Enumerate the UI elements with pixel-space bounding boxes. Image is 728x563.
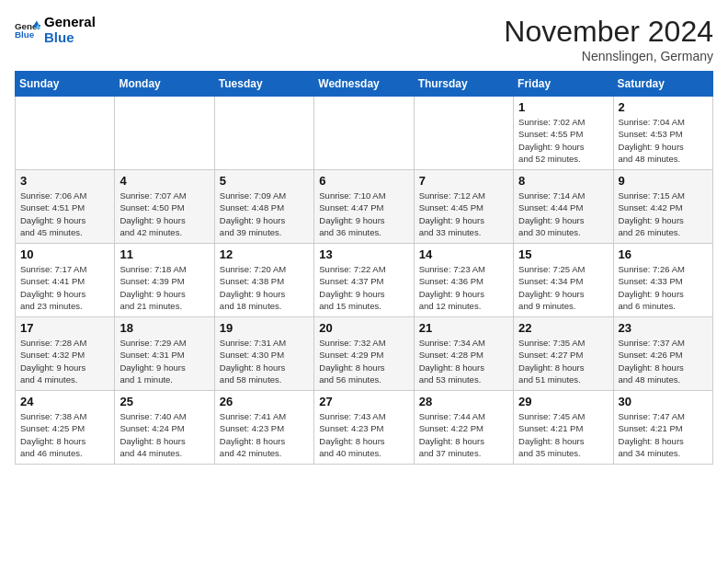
day-cell: 11Sunrise: 7:18 AM Sunset: 4:39 PM Dayli… xyxy=(115,244,214,317)
day-number: 27 xyxy=(319,395,408,408)
day-number: 18 xyxy=(119,321,209,335)
day-number: 9 xyxy=(619,174,708,188)
day-number: 5 xyxy=(220,174,309,188)
day-cell: 26Sunrise: 7:41 AM Sunset: 4:23 PM Dayli… xyxy=(214,391,313,465)
day-number: 13 xyxy=(319,247,408,261)
day-info: Sunrise: 7:15 AM Sunset: 4:42 PM Dayligh… xyxy=(619,190,708,238)
day-cell: 4Sunrise: 7:07 AM Sunset: 4:50 PM Daylig… xyxy=(115,170,214,244)
day-cell: 15Sunrise: 7:25 AM Sunset: 4:34 PM Dayli… xyxy=(514,244,613,317)
day-number: 19 xyxy=(220,321,309,335)
day-number: 17 xyxy=(20,321,109,335)
week-row-5: 24Sunrise: 7:38 AM Sunset: 4:25 PM Dayli… xyxy=(16,391,713,465)
day-cell xyxy=(214,97,313,170)
day-cell: 14Sunrise: 7:23 AM Sunset: 4:36 PM Dayli… xyxy=(414,244,513,317)
day-cell: 27Sunrise: 7:43 AM Sunset: 4:23 PM Dayli… xyxy=(314,391,414,465)
day-cell: 3Sunrise: 7:06 AM Sunset: 4:51 PM Daylig… xyxy=(16,170,115,244)
day-number: 26 xyxy=(220,395,309,408)
calendar-table: SundayMondayTuesdayWednesdayThursdayFrid… xyxy=(15,71,713,465)
month-title: November 2024 xyxy=(504,15,713,49)
calendar-body: 1Sunrise: 7:02 AM Sunset: 4:55 PM Daylig… xyxy=(16,97,713,465)
day-number: 7 xyxy=(419,174,508,188)
day-cell xyxy=(414,97,513,170)
day-info: Sunrise: 7:26 AM Sunset: 4:33 PM Dayligh… xyxy=(619,263,708,312)
day-cell: 25Sunrise: 7:40 AM Sunset: 4:24 PM Dayli… xyxy=(115,391,214,465)
day-cell: 21Sunrise: 7:34 AM Sunset: 4:28 PM Dayli… xyxy=(414,317,513,391)
day-info: Sunrise: 7:40 AM Sunset: 4:24 PM Dayligh… xyxy=(119,410,209,459)
day-info: Sunrise: 7:23 AM Sunset: 4:36 PM Dayligh… xyxy=(419,263,508,312)
day-cell: 19Sunrise: 7:31 AM Sunset: 4:30 PM Dayli… xyxy=(214,317,313,391)
day-cell: 8Sunrise: 7:14 AM Sunset: 4:44 PM Daylig… xyxy=(514,170,613,244)
day-cell: 16Sunrise: 7:26 AM Sunset: 4:33 PM Dayli… xyxy=(613,244,712,317)
header: General Blue General Blue November 2024 … xyxy=(15,15,713,63)
week-row-2: 3Sunrise: 7:06 AM Sunset: 4:51 PM Daylig… xyxy=(16,170,713,244)
day-number: 29 xyxy=(518,395,608,408)
day-info: Sunrise: 7:28 AM Sunset: 4:32 PM Dayligh… xyxy=(20,337,109,385)
day-cell: 20Sunrise: 7:32 AM Sunset: 4:29 PM Dayli… xyxy=(314,317,414,391)
day-number: 21 xyxy=(419,321,508,335)
day-cell: 24Sunrise: 7:38 AM Sunset: 4:25 PM Dayli… xyxy=(16,391,115,465)
day-number: 25 xyxy=(119,395,209,408)
day-info: Sunrise: 7:06 AM Sunset: 4:51 PM Dayligh… xyxy=(20,190,109,238)
day-number: 6 xyxy=(319,174,408,188)
day-number: 16 xyxy=(619,247,708,261)
day-number: 30 xyxy=(619,395,708,408)
day-number: 28 xyxy=(419,395,508,408)
day-info: Sunrise: 7:09 AM Sunset: 4:48 PM Dayligh… xyxy=(220,190,309,238)
logo-general: General xyxy=(44,15,96,30)
day-number: 12 xyxy=(220,247,309,261)
day-number: 14 xyxy=(419,247,508,261)
day-info: Sunrise: 7:17 AM Sunset: 4:41 PM Dayligh… xyxy=(20,263,109,312)
day-info: Sunrise: 7:04 AM Sunset: 4:53 PM Dayligh… xyxy=(619,116,708,165)
day-info: Sunrise: 7:43 AM Sunset: 4:23 PM Dayligh… xyxy=(319,410,408,459)
header-cell-tuesday: Tuesday xyxy=(214,72,313,97)
day-cell xyxy=(314,97,414,170)
svg-text:Blue: Blue xyxy=(15,29,35,40)
day-cell: 9Sunrise: 7:15 AM Sunset: 4:42 PM Daylig… xyxy=(613,170,712,244)
day-info: Sunrise: 7:14 AM Sunset: 4:44 PM Dayligh… xyxy=(518,190,608,238)
week-row-3: 10Sunrise: 7:17 AM Sunset: 4:41 PM Dayli… xyxy=(16,244,713,317)
day-cell: 5Sunrise: 7:09 AM Sunset: 4:48 PM Daylig… xyxy=(214,170,313,244)
day-cell: 1Sunrise: 7:02 AM Sunset: 4:55 PM Daylig… xyxy=(514,97,613,170)
week-row-1: 1Sunrise: 7:02 AM Sunset: 4:55 PM Daylig… xyxy=(16,97,713,170)
day-number: 2 xyxy=(619,100,708,114)
day-number: 23 xyxy=(619,321,708,335)
day-cell: 6Sunrise: 7:10 AM Sunset: 4:47 PM Daylig… xyxy=(314,170,414,244)
day-number: 1 xyxy=(518,100,608,114)
day-number: 22 xyxy=(518,321,608,335)
day-info: Sunrise: 7:47 AM Sunset: 4:21 PM Dayligh… xyxy=(619,410,708,459)
day-info: Sunrise: 7:02 AM Sunset: 4:55 PM Dayligh… xyxy=(518,116,608,165)
day-cell: 22Sunrise: 7:35 AM Sunset: 4:27 PM Dayli… xyxy=(514,317,613,391)
day-cell: 29Sunrise: 7:45 AM Sunset: 4:21 PM Dayli… xyxy=(514,391,613,465)
day-info: Sunrise: 7:25 AM Sunset: 4:34 PM Dayligh… xyxy=(518,263,608,312)
day-info: Sunrise: 7:31 AM Sunset: 4:30 PM Dayligh… xyxy=(220,337,309,385)
day-info: Sunrise: 7:41 AM Sunset: 4:23 PM Dayligh… xyxy=(220,410,309,459)
calendar-header-row: SundayMondayTuesdayWednesdayThursdayFrid… xyxy=(16,72,713,97)
day-cell: 18Sunrise: 7:29 AM Sunset: 4:31 PM Dayli… xyxy=(115,317,214,391)
day-cell: 28Sunrise: 7:44 AM Sunset: 4:22 PM Dayli… xyxy=(414,391,513,465)
day-cell: 17Sunrise: 7:28 AM Sunset: 4:32 PM Dayli… xyxy=(16,317,115,391)
day-cell xyxy=(16,97,115,170)
day-cell: 2Sunrise: 7:04 AM Sunset: 4:53 PM Daylig… xyxy=(613,97,712,170)
day-number: 4 xyxy=(119,174,209,188)
day-info: Sunrise: 7:07 AM Sunset: 4:50 PM Dayligh… xyxy=(119,190,209,238)
header-cell-sunday: Sunday xyxy=(16,72,115,97)
day-cell: 7Sunrise: 7:12 AM Sunset: 4:45 PM Daylig… xyxy=(414,170,513,244)
day-info: Sunrise: 7:34 AM Sunset: 4:28 PM Dayligh… xyxy=(419,337,508,385)
day-info: Sunrise: 7:45 AM Sunset: 4:21 PM Dayligh… xyxy=(518,410,608,459)
day-number: 11 xyxy=(119,247,209,261)
day-number: 24 xyxy=(20,395,109,408)
day-info: Sunrise: 7:10 AM Sunset: 4:47 PM Dayligh… xyxy=(319,190,408,238)
location: Nennslingen, Germany xyxy=(504,49,713,63)
logo-blue: Blue xyxy=(44,30,96,46)
day-info: Sunrise: 7:18 AM Sunset: 4:39 PM Dayligh… xyxy=(119,263,209,312)
day-info: Sunrise: 7:29 AM Sunset: 4:31 PM Dayligh… xyxy=(119,337,209,385)
header-cell-monday: Monday xyxy=(115,72,214,97)
day-cell: 10Sunrise: 7:17 AM Sunset: 4:41 PM Dayli… xyxy=(16,244,115,317)
day-number: 3 xyxy=(20,174,109,188)
day-number: 20 xyxy=(319,321,408,335)
day-number: 15 xyxy=(518,247,608,261)
header-cell-wednesday: Wednesday xyxy=(314,72,414,97)
day-info: Sunrise: 7:32 AM Sunset: 4:29 PM Dayligh… xyxy=(319,337,408,385)
day-info: Sunrise: 7:38 AM Sunset: 4:25 PM Dayligh… xyxy=(20,410,109,459)
day-info: Sunrise: 7:37 AM Sunset: 4:26 PM Dayligh… xyxy=(619,337,708,385)
